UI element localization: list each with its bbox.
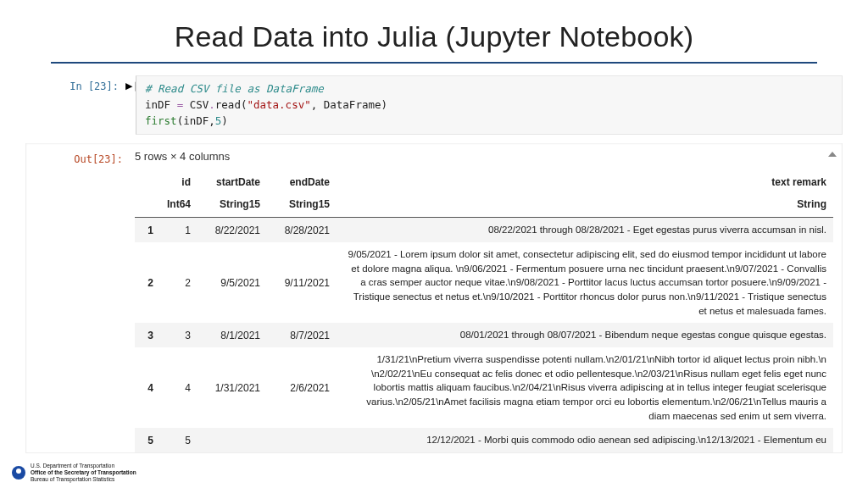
cell-startDate: 8/22/2021 — [198, 218, 267, 242]
header-row-types: Int64 String15 String15 String — [135, 193, 833, 218]
col-startDate: startDate — [198, 171, 267, 193]
cell-startDate: 8/1/2021 — [198, 323, 267, 347]
cell-endDate — [267, 428, 337, 452]
footer-line2: Office of the Secretary of Transportatio… — [31, 469, 136, 476]
output-cell: Out[23]: 5 rows × 4 columns id startDate… — [25, 143, 843, 453]
row-index: 1 — [135, 218, 160, 242]
code-comment: # Read CSV file as DataFrame — [145, 82, 324, 95]
table-row: 338/1/20218/7/202108/01/2021 through 08/… — [135, 323, 833, 347]
cell-id: 4 — [160, 347, 198, 428]
header-row-names: id startDate endDate text remark — [135, 171, 833, 193]
footer-line1: U.S. Department of Transportation — [31, 463, 136, 469]
cell-endDate: 8/7/2021 — [267, 323, 337, 347]
in-prompt: In [23]: — [51, 75, 125, 92]
footer-line3: Bureau of Transportation Statistics — [31, 476, 136, 483]
cell-text: 12/12/2021 - Morbi quis commodo odio aen… — [337, 428, 833, 452]
cell-text: 08/22/2021 through 08/28/2021 - Eget ege… — [337, 218, 833, 242]
table-row: 229/5/20219/11/20219/05/2021 - Lorem ips… — [135, 242, 833, 323]
dataframe-table: id startDate endDate text remark Int64 S… — [135, 171, 833, 452]
col-textremark: text remark — [337, 171, 833, 193]
table-row: 118/22/20218/28/202108/22/2021 through 0… — [135, 218, 833, 242]
cell-id: 1 — [160, 218, 198, 242]
df-dimensions: 5 rows × 4 columns — [135, 150, 833, 163]
code-editor[interactable]: # Read CSV file as DataFrame inDF = CSV.… — [136, 75, 843, 135]
out-prompt: Out[23]: — [55, 148, 130, 452]
output-area: 5 rows × 4 columns id startDate endDate … — [130, 148, 838, 452]
row-index: 5 — [135, 428, 160, 452]
cell-startDate: 9/5/2021 — [198, 242, 267, 323]
input-cell: In [23]: ▶❙ # Read CSV file as DataFrame… — [51, 75, 843, 135]
cell-endDate: 2/6/2021 — [267, 347, 337, 428]
cell-endDate: 9/11/2021 — [267, 242, 337, 323]
footer-text: U.S. Department of Transportation Office… — [31, 463, 136, 483]
cell-startDate — [198, 428, 267, 452]
col-id: id — [160, 171, 198, 193]
cell-endDate: 8/28/2021 — [267, 218, 337, 242]
row-index: 2 — [135, 242, 160, 323]
row-index: 4 — [135, 347, 160, 428]
cell-id: 5 — [160, 428, 198, 452]
cell-text: 1/31/21\nPretium viverra suspendisse pot… — [337, 347, 833, 428]
cell-id: 3 — [160, 323, 198, 347]
cell-text: 9/05/2021 - Lorem ipsum dolor sit amet, … — [337, 242, 833, 323]
table-row: 441/31/20212/6/20211/31/21\nPretium vive… — [135, 347, 833, 428]
scroll-up-icon[interactable] — [826, 148, 838, 160]
dot-logo-icon — [12, 466, 25, 480]
title-rule — [51, 62, 817, 64]
cell-startDate: 1/31/2021 — [198, 347, 267, 428]
cell-id: 2 — [160, 242, 198, 323]
footer: U.S. Department of Transportation Office… — [12, 463, 136, 483]
cell-text: 08/01/2021 through 08/07/2021 - Bibendum… — [337, 323, 833, 347]
slide-title: Read Data into Julia (Jupyter Notebook) — [0, 0, 868, 62]
run-cell-icon[interactable]: ▶❙ — [125, 75, 136, 92]
row-index: 3 — [135, 323, 160, 347]
col-endDate: endDate — [267, 171, 337, 193]
notebook-area: In [23]: ▶❙ # Read CSV file as DataFrame… — [51, 75, 843, 453]
table-row: 5512/12/2021 - Morbi quis commodo odio a… — [135, 428, 833, 452]
